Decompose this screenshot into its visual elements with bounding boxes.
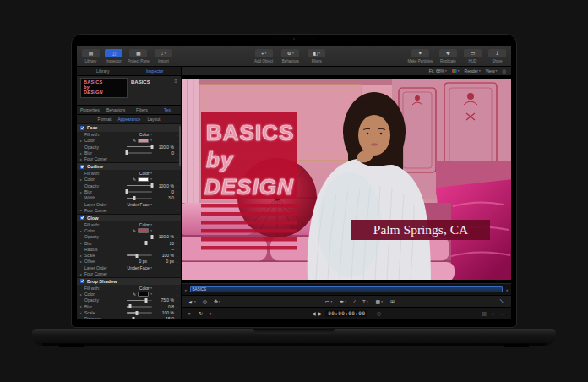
- section-header-glow[interactable]: Glow: [77, 214, 181, 222]
- display-icon[interactable]: ▥: [502, 68, 506, 74]
- rectangle-tool-button[interactable]: ▭▾: [325, 298, 332, 304]
- section-header-face[interactable]: Face: [77, 123, 181, 132]
- param-row-glow-blur[interactable]: ▸Blur10–: [77, 240, 181, 246]
- param-row-face-fill-with[interactable]: Fill with:Color▾–: [77, 132, 181, 138]
- timeline-clip-basics[interactable]: BASICS: [190, 286, 504, 292]
- param-row-glow-layer-order[interactable]: Layer OrderUnder Face▾–: [77, 265, 181, 270]
- tab-filters[interactable]: Filters: [129, 106, 155, 114]
- audio-button[interactable]: ♪: [492, 311, 494, 316]
- param-row-outline-color[interactable]: ▸Color✎▾–: [77, 177, 181, 183]
- panel-tab-inspector[interactable]: Inspector: [129, 67, 182, 75]
- channels-popup[interactable]: ▾: [452, 69, 460, 73]
- render-popup[interactable]: Render▾: [465, 68, 481, 74]
- view-popup[interactable]: View▾: [486, 68, 498, 74]
- record-button[interactable]: ●: [209, 311, 212, 316]
- eyedropper-icon[interactable]: ✎: [133, 138, 136, 143]
- display-output-button[interactable]: ▥: [482, 311, 487, 316]
- toolbar-make-particles-button[interactable]: ✦Make Particles: [407, 46, 433, 66]
- slider-handle[interactable]: [151, 183, 154, 188]
- checkbox-face[interactable]: [80, 126, 84, 130]
- slider-handle[interactable]: [151, 235, 154, 239]
- param-row-face-color[interactable]: ▸Color✎▾–: [77, 138, 181, 144]
- subtab-format[interactable]: Format: [98, 117, 112, 122]
- duration-dash-button[interactable]: –: [371, 311, 373, 316]
- previous-frame-button[interactable]: ◀: [312, 311, 316, 316]
- param-row-glow-scale[interactable]: ▸Scale100 %–: [77, 253, 181, 259]
- param-row-glow-four-corner[interactable]: ▸Four Corner–: [77, 270, 181, 276]
- inspector-options-icon[interactable]: ≡: [174, 79, 177, 103]
- param-row-face-blur[interactable]: ▸Blur0–: [77, 150, 181, 156]
- color-swatch[interactable]: [138, 228, 149, 233]
- text-tool-button[interactable]: T▾: [362, 298, 368, 304]
- slider-track[interactable]: [127, 300, 152, 302]
- slider-handle[interactable]: [144, 241, 147, 245]
- param-row-drop-shadow-scale[interactable]: ▸Scale100 %–: [77, 309, 181, 315]
- timecode-field[interactable]: 00:00:00:00: [325, 310, 368, 317]
- param-row-drop-shadow-blur[interactable]: ▸Blur0.8–: [77, 303, 181, 309]
- popup-fill-with[interactable]: Color▾: [139, 132, 152, 137]
- checkbox-drop-shadow[interactable]: [80, 279, 84, 283]
- param-row-glow-offset[interactable]: ▸Offset0 px0 px–: [77, 259, 181, 265]
- param-row-outline-four-corner[interactable]: ▸Four Corner–: [77, 207, 181, 213]
- param-row-glow-radius[interactable]: Radius––: [77, 246, 181, 252]
- canvas-workspace[interactable]: BASICS by DESIGN Palm Springs, CA: [182, 76, 511, 283]
- camera-tool-button[interactable]: ⊞: [390, 298, 395, 304]
- slider-handle[interactable]: [133, 196, 136, 200]
- slider-handle[interactable]: [136, 311, 139, 315]
- pan-zoom-button[interactable]: ✥▾: [214, 298, 220, 304]
- timeline-end-icon[interactable]: ◂: [505, 287, 508, 292]
- param-row-outline-blur[interactable]: ▸Blur0–: [77, 188, 181, 194]
- popup-fill-with[interactable]: Color▾: [139, 222, 152, 227]
- param-row-face-four-corner[interactable]: ▸Four Corner–: [77, 156, 181, 162]
- param-row-drop-shadow-fill-with[interactable]: Fill with:Color▾–: [77, 285, 181, 291]
- toolbar-project-pane-button[interactable]: ▦Project Pane: [128, 46, 150, 66]
- toolbar-filters-button[interactable]: ◧▾Filters: [308, 46, 325, 66]
- zoom-level-popup[interactable]: Fit: 68%▾: [429, 68, 447, 74]
- slider-handle[interactable]: [132, 317, 134, 319]
- line-tool-button[interactable]: ∕: [354, 298, 355, 304]
- param-row-outline-fill-with[interactable]: Fill with:Color▾–: [77, 170, 181, 176]
- param-row-outline-opacity[interactable]: Opacity100.0 %–: [77, 183, 181, 188]
- slider-track[interactable]: [127, 185, 152, 187]
- select-transform-button[interactable]: ►▾: [188, 298, 196, 304]
- mask-tool-button[interactable]: ▩▾: [375, 298, 382, 304]
- toolbar-import-button[interactable]: ↓▾Import: [155, 46, 172, 66]
- checkbox-outline[interactable]: [80, 165, 84, 169]
- slider-handle[interactable]: [136, 254, 139, 258]
- slider-handle[interactable]: [144, 298, 147, 303]
- bezier-tool-button[interactable]: ✒▾: [340, 298, 346, 304]
- go-to-start-button[interactable]: ⇤: [188, 311, 193, 316]
- slider-track[interactable]: [127, 254, 152, 256]
- toolbar-share-button[interactable]: ↥Share: [488, 46, 506, 66]
- slider-track[interactable]: [127, 146, 152, 148]
- slider-track[interactable]: [127, 198, 152, 199]
- slider-handle[interactable]: [126, 189, 128, 194]
- subtab-appearance[interactable]: Appearance: [117, 117, 140, 122]
- param-row-drop-shadow-opacity[interactable]: Opacity75.0 %–: [77, 297, 181, 303]
- loop-playback-button[interactable]: ↻: [199, 311, 203, 316]
- param-row-outline-width[interactable]: Width3.0–: [77, 195, 181, 201]
- scrollbar[interactable]: [179, 126, 181, 166]
- adjust-anchor-button[interactable]: ◎: [203, 298, 207, 304]
- toolbar-inspector-button[interactable]: ◫Inspector: [105, 46, 122, 66]
- panel-tab-library[interactable]: Library: [77, 67, 129, 75]
- toolbar-hud-button[interactable]: ▭HUD: [464, 46, 482, 66]
- slider-handle[interactable]: [128, 304, 131, 308]
- slider-handle[interactable]: [151, 145, 154, 149]
- slider-track[interactable]: [127, 243, 152, 244]
- popup-fill-with[interactable]: Color▾: [139, 171, 152, 176]
- subtab-layout[interactable]: Layout: [147, 117, 160, 122]
- param-row-glow-color[interactable]: ▸Color✎▾–: [77, 227, 181, 233]
- checkbox-glow[interactable]: [80, 216, 84, 220]
- slider-track[interactable]: [127, 306, 152, 308]
- toolbar-library-button[interactable]: ▤Library: [82, 46, 100, 66]
- toolbar-behaviors-button[interactable]: ⚙▾Behaviors: [281, 46, 299, 66]
- tab-properties[interactable]: Properties: [77, 106, 103, 114]
- param-row-glow-fill-with[interactable]: Fill with:Color▾–: [77, 221, 181, 227]
- toolbar-add-object-button[interactable]: +▾Add Object: [254, 46, 273, 66]
- param-row-drop-shadow-distance[interactable]: Distance15.0–: [77, 316, 181, 319]
- slider-track[interactable]: [127, 237, 152, 238]
- slider-track[interactable]: [127, 191, 152, 193]
- color-swatch[interactable]: [138, 139, 149, 144]
- param-row-glow-opacity[interactable]: Opacity100.0 %–: [77, 234, 181, 240]
